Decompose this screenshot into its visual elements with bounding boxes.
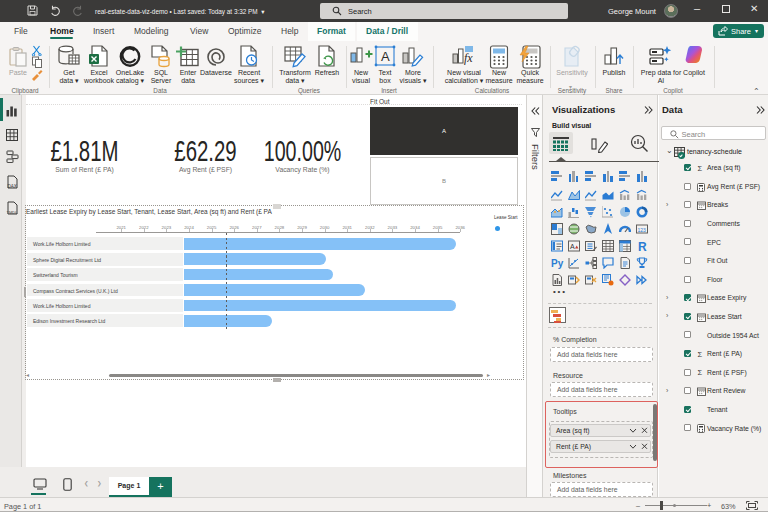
svg-text:DAX: DAX [8, 184, 17, 189]
svg-text:Py: Py [551, 258, 564, 269]
svg-text:A: A [381, 49, 390, 64]
svg-text:TMDL: TMDL [7, 210, 19, 215]
svg-text:A: A [570, 243, 575, 250]
svg-text:fx: fx [464, 51, 473, 65]
svg-text:123: 123 [638, 227, 647, 233]
svg-text:R: R [638, 240, 647, 252]
